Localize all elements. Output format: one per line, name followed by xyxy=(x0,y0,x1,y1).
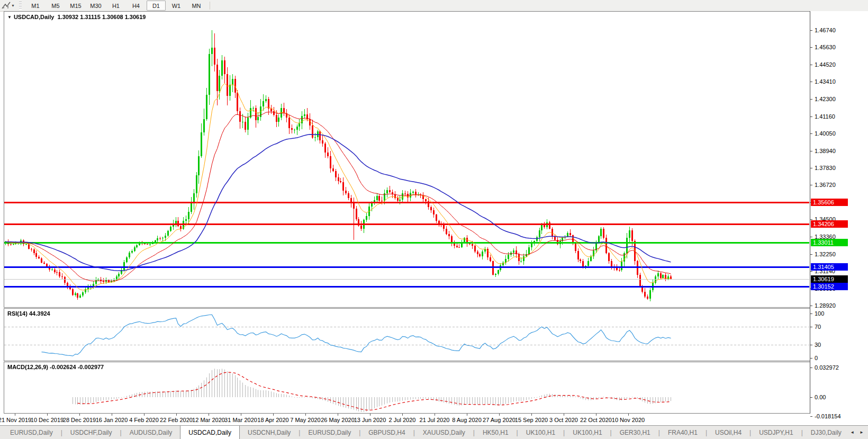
date-axis-label: 18 Apr 2020 xyxy=(257,417,288,423)
tab-usdchf-daily[interactable]: USDCHF,Daily xyxy=(62,426,120,439)
axis-tick-mark xyxy=(810,358,812,359)
axis-tick-mark xyxy=(810,416,812,417)
macd-axis-tick: 0.032972 xyxy=(815,365,839,371)
dropdown-caret-icon[interactable]: ▼ xyxy=(11,4,15,7)
timeframe-button-m5[interactable]: M5 xyxy=(46,1,65,11)
price-axis-tick: 1.44520 xyxy=(815,62,836,68)
price-axis-tick: 1.45630 xyxy=(815,44,836,50)
timeframe-button-m1[interactable]: M1 xyxy=(26,1,45,11)
price-level-badge: 1.33011 xyxy=(811,239,848,246)
timeframe-button-w1[interactable]: W1 xyxy=(167,1,186,11)
axis-tick-mark xyxy=(810,82,812,82)
timeframe-button-h1[interactable]: H1 xyxy=(106,1,125,11)
timeframe-button-mn[interactable]: MN xyxy=(187,1,206,11)
date-axis-label: 21 Jul 2020 xyxy=(420,417,450,423)
tab-eurusd-daily[interactable]: EURUSD,Daily xyxy=(300,426,359,439)
price-level-badge: 1.31405 xyxy=(811,263,848,271)
tab-audusd-daily[interactable]: AUDUSD,Daily xyxy=(122,426,180,439)
macd-chart-canvas[interactable] xyxy=(4,362,809,413)
tab-fra40-h1[interactable]: FRA40,H1 xyxy=(660,426,706,439)
date-tick-mark xyxy=(564,414,564,416)
timeframe-buttons: M1M5M15M30H1H4D1W1MN xyxy=(25,1,206,11)
price-chart-canvas[interactable] xyxy=(4,12,809,307)
date-axis-label: 7 May 2020 xyxy=(290,417,320,423)
chart-symbol-label: USDCAD,Daily xyxy=(14,14,54,20)
tab-scroll-left-icon[interactable]: ◄ xyxy=(850,430,854,435)
axis-tick-mark xyxy=(810,313,812,314)
timeframe-button-m30[interactable]: M30 xyxy=(86,1,105,11)
price-level-badge: 1.34206 xyxy=(811,220,848,228)
current-price-badge: 1.30619 xyxy=(811,275,848,283)
price-axis[interactable]: 1.467401.456301.445201.434101.423001.411… xyxy=(810,11,868,414)
rsi-axis-tick: 30 xyxy=(815,342,821,348)
date-tick-mark xyxy=(47,414,48,416)
date-tick-mark xyxy=(402,414,403,416)
date-tick-mark xyxy=(305,414,306,416)
axis-tick-mark xyxy=(810,219,812,220)
date-tick-mark xyxy=(596,414,596,416)
tab-ger30-h1[interactable]: GER30,H1 xyxy=(612,426,658,439)
tab-dj30-daily[interactable]: DJ30,Daily xyxy=(803,426,849,439)
axis-tick-mark xyxy=(810,306,812,306)
date-axis-label: 22 Oct 2020 xyxy=(580,417,612,423)
timeframe-button-h4[interactable]: H4 xyxy=(126,1,146,11)
rsi-panel: RSI(14) 44.3924 xyxy=(4,308,810,361)
price-level-badge: 1.30152 xyxy=(811,283,848,290)
date-axis-label: 10 Nov 2020 xyxy=(612,417,645,423)
chart-tool-icon[interactable] xyxy=(2,2,11,10)
date-tick-mark xyxy=(531,414,532,416)
tab-uk100-h1[interactable]: UK100,H1 xyxy=(518,426,563,439)
price-axis-tick: 1.38940 xyxy=(815,148,836,154)
tab-usoil-h4[interactable]: USOil,H4 xyxy=(707,426,749,439)
axis-tick-mark xyxy=(810,368,812,368)
trading-platform-window: ▼ M1M5M15M30H1H4D1W1MN ▼USDCAD,Daily 1.3… xyxy=(0,0,868,439)
tab-usdcad-daily[interactable]: USDCAD,Daily xyxy=(180,426,240,439)
date-tick-mark xyxy=(435,414,435,416)
rsi-chart-canvas[interactable] xyxy=(4,309,809,361)
tab-eurusd-daily[interactable]: EURUSD,Daily xyxy=(2,426,61,439)
date-axis-label: 3 Oct 2020 xyxy=(549,417,578,423)
tab-uk100-h1[interactable]: UK100,H1 xyxy=(565,426,610,439)
price-level-badge: 1.35606 xyxy=(811,199,848,206)
toolbar-grip[interactable] xyxy=(19,2,22,10)
axis-tick-mark xyxy=(810,151,812,151)
collapse-triangle-icon[interactable]: ▼ xyxy=(7,15,12,20)
tab-xauusd-daily[interactable]: XAUUSD,Daily xyxy=(415,426,473,439)
tab-hk50-h1[interactable]: HK50,H1 xyxy=(475,426,517,439)
price-axis-tick: 1.40050 xyxy=(815,131,836,137)
date-tick-mark xyxy=(467,414,467,416)
axis-tick-mark xyxy=(810,185,812,185)
date-tick-mark xyxy=(628,414,629,416)
tab-gbpusd-h4[interactable]: GBPUSD,H4 xyxy=(360,426,413,439)
axis-tick-mark xyxy=(810,237,812,237)
price-axis-tick: 1.41160 xyxy=(815,114,835,120)
tab-scroll-right-icon[interactable]: ► xyxy=(860,430,864,435)
rsi-axis-tick: 100 xyxy=(815,311,824,317)
date-axis-label: 12 Mar 2020 xyxy=(192,417,225,423)
date-axis-label: 22 Feb 2020 xyxy=(160,417,193,423)
date-axis-label: 21 Nov 2019 xyxy=(0,417,31,423)
chart-title: ▼USDCAD,Daily 1.30932 1.31115 1.30608 1.… xyxy=(7,14,146,20)
date-axis-label: 28 Dec 2019 xyxy=(63,417,96,423)
date-tick-mark xyxy=(370,414,370,416)
macd-label: MACD(12,26,9) -0.002624 -0.002977 xyxy=(7,364,104,370)
date-tick-mark xyxy=(338,414,338,416)
date-tick-mark xyxy=(144,414,144,416)
date-axis-label: 4 Feb 2020 xyxy=(129,417,159,423)
date-axis-label: 15 Sep 2020 xyxy=(515,417,548,423)
date-axis[interactable]: 21 Nov 201910 Dec 201928 Dec 201916 Jan … xyxy=(4,414,810,425)
price-axis-tick: 1.36720 xyxy=(815,182,836,188)
price-axis-tick: 1.32250 xyxy=(815,252,836,257)
date-axis-label: 13 Jun 2020 xyxy=(354,417,386,423)
date-axis-label: 16 Jan 2020 xyxy=(96,417,128,423)
tab-usdcnh-daily[interactable]: USDCNH,Daily xyxy=(240,426,299,439)
axis-tick-mark xyxy=(810,47,812,48)
date-axis-label: 31 Mar 2020 xyxy=(224,417,257,423)
price-axis-tick: 1.28920 xyxy=(815,303,836,309)
axis-tick-mark xyxy=(810,327,812,327)
axis-tick-mark xyxy=(810,65,812,65)
timeframe-button-m15[interactable]: M15 xyxy=(66,1,85,11)
chart-tab-bar: EURUSD,Daily|USDCHF,Daily|AUDUSD,DailyUS… xyxy=(0,425,868,439)
timeframe-button-d1[interactable]: D1 xyxy=(147,1,166,11)
tab-usdjpy-h1[interactable]: USDJPY,H1 xyxy=(751,426,801,439)
